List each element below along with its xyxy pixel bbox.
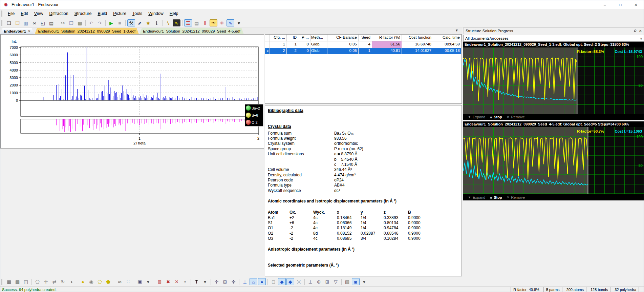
manual-edit-icon[interactable]: ⬈ — [136, 19, 144, 26]
axes-icon[interactable]: ⟂ — [241, 278, 249, 285]
column-header-cf[interactable]: CF-Balance — [327, 35, 359, 41]
cell-box-icon[interactable]: □ — [270, 278, 277, 285]
menu-build[interactable]: Build — [94, 10, 110, 17]
maximize-button[interactable]: □ — [613, 0, 628, 9]
expand-button[interactable]: ▼Expand — [468, 195, 485, 199]
molecule-view-icon[interactable]: ⚛ — [218, 19, 226, 26]
measure-origin-icon[interactable]: ⊕ — [315, 278, 323, 285]
home-view-icon[interactable]: ⌂ — [250, 278, 257, 285]
info-icon[interactable]: ℹ — [153, 19, 160, 26]
build-polyhedra-icon[interactable]: ▦ — [5, 278, 13, 285]
remove-labels-icon[interactable]: ⤫ — [295, 278, 303, 285]
yellow-atom-icon[interactable]: ● — [79, 278, 87, 285]
minimize-button[interactable]: – — [597, 0, 613, 9]
render-dropdown-icon[interactable]: ▾ — [360, 278, 368, 285]
print-preview-icon[interactable]: ◱ — [39, 19, 47, 26]
fit-view-icon[interactable]: ⊞ — [221, 278, 229, 285]
quick-opt-icon[interactable]: ϟ — [164, 19, 172, 26]
process-filter-combobox[interactable]: All documents/processes ∨ — [463, 35, 644, 42]
table-view-icon[interactable]: ▤ — [343, 278, 351, 285]
swap-atoms-icon[interactable]: ⇄ — [50, 278, 58, 285]
column-header-seed[interactable]: Seed — [359, 35, 372, 41]
slice-icon[interactable]: ◫ — [22, 278, 30, 285]
close-button[interactable]: ✕ — [628, 0, 644, 9]
menu-picture[interactable]: Picture — [110, 10, 129, 17]
cut-icon[interactable]: ✂ — [59, 19, 67, 26]
column-header-time[interactable]: Calc. time — [433, 35, 461, 41]
pin-atom-icon[interactable]: • — [181, 278, 189, 285]
measure-plane-icon[interactable]: ▽ — [332, 278, 340, 285]
pan-view-icon[interactable]: ✜ — [230, 278, 237, 285]
print-icon[interactable]: ▤ — [47, 19, 55, 26]
tab-list-dropdown-icon[interactable]: ▼ — [455, 28, 458, 32]
view-window-dropdown-icon[interactable]: ▾ — [144, 278, 152, 285]
polyhedra-render-icon[interactable]: ◆ — [278, 278, 286, 285]
rotate-fragment-icon[interactable]: ↻ — [59, 278, 67, 285]
text-dropdown-icon[interactable]: ▾ — [201, 278, 209, 285]
open-polyhedron-icon[interactable]: ⬠ — [96, 278, 104, 285]
ball-mode-icon[interactable]: ● — [258, 278, 266, 285]
measure-grid-icon[interactable]: ⊞ — [323, 278, 331, 285]
tab-close-icon[interactable]: ✕ — [28, 28, 31, 34]
column-header-cost[interactable]: Cost function — [402, 35, 433, 41]
process-list-icon[interactable]: ☰ — [184, 19, 192, 26]
profile-chart-icon[interactable]: ∿ — [173, 19, 180, 26]
run-icon[interactable]: ▶ — [107, 19, 115, 26]
stop-button[interactable]: ■Stop — [490, 195, 502, 199]
atom-style-icon[interactable]: ◉ — [87, 278, 95, 285]
save-file-icon[interactable]: ▥ — [22, 19, 30, 26]
open-file-icon[interactable]: ❒ — [14, 19, 21, 26]
occupancy-icon[interactable]: ◑ — [67, 278, 75, 285]
add-atom-icon[interactable]: ✛ — [42, 278, 50, 285]
menu-diffraction[interactable]: Diffraction — [46, 10, 71, 17]
copy-icon[interactable]: ❐ — [67, 19, 75, 26]
hkl-list-icon[interactable]: hkl — [210, 19, 217, 26]
pattern-view-icon[interactable]: ∿ — [227, 19, 234, 26]
new-file-icon[interactable]: ❏ — [5, 19, 13, 26]
solve-structure-icon[interactable]: ⚒ — [127, 19, 135, 26]
bond-pairs-icon[interactable]: ∷ — [124, 278, 132, 285]
remove-button[interactable]: ✕Remove — [507, 115, 525, 119]
toolbar-more-icon[interactable]: ▾ — [235, 19, 243, 26]
peaks-list-icon[interactable]: ‖ — [201, 19, 209, 26]
render-mode-icon[interactable]: ◙ — [352, 278, 360, 285]
stop-button[interactable]: ■Stop — [490, 115, 502, 119]
center-view-icon[interactable]: ✛ — [213, 278, 220, 285]
tab-1[interactable]: Endeavour1✕ — [0, 28, 34, 34]
delete-polyhedra-icon[interactable]: ✕ — [173, 278, 180, 285]
paste-icon[interactable]: ▩ — [76, 19, 84, 26]
stop-icon[interactable]: ■ — [116, 19, 124, 26]
filled-polyhedron-icon[interactable]: ⬟ — [104, 278, 112, 285]
polyhedra-render-alt-icon[interactable]: ◆ — [286, 278, 294, 285]
wizard-icon[interactable]: ✬ — [144, 19, 152, 26]
pin-icon[interactable]: ⚲ — [632, 28, 637, 34]
draw-polygon-icon[interactable]: ⬠ — [34, 278, 41, 285]
expand-button[interactable]: ▼Expand — [468, 115, 485, 119]
measure-perpendicular-icon[interactable]: ⊥ — [306, 278, 314, 285]
menu-edit[interactable]: Edit — [18, 10, 31, 17]
datasheet-icon[interactable]: ▤ — [193, 19, 200, 26]
tab-2[interactable]: Endeavour1_Solution_20241212_090029_Seed… — [35, 28, 139, 34]
view-window-icon[interactable]: ▣ — [136, 278, 144, 285]
menu-structure[interactable]: Structure — [71, 10, 95, 17]
remove-button[interactable]: ✕Remove — [507, 195, 525, 199]
menu-help[interactable]: Help — [167, 10, 181, 17]
create-bonds-icon[interactable]: ∞ — [116, 278, 124, 285]
column-header-rf[interactable]: R-factor (%) — [372, 35, 402, 41]
column-header-id[interactable]: ID — [287, 35, 298, 41]
table-row[interactable]: 110Glob.0.05461.5616.6974800:04:59 — [265, 41, 461, 48]
find-icon[interactable]: ∞ — [30, 19, 38, 26]
menu-tools[interactable]: Tools — [129, 10, 145, 17]
tab-3[interactable]: Endeavour1_Solution_20241212_090029_Seed… — [139, 28, 244, 34]
menu-window[interactable]: Window — [145, 10, 166, 17]
packing-icon[interactable]: ▩ — [14, 278, 21, 285]
delete-atoms-icon[interactable]: ⊠ — [156, 278, 164, 285]
column-header-meth[interactable]: Meth... — [310, 35, 327, 41]
menu-file[interactable]: File — [5, 10, 18, 17]
delete-bonds-icon[interactable]: ✖ — [164, 278, 172, 285]
column-header-cfg[interactable]: Cfg. ... — [270, 35, 287, 41]
close-icon[interactable]: ✕ — [639, 29, 642, 33]
text-tool-icon[interactable]: T — [193, 278, 200, 285]
menu-view[interactable]: View — [31, 10, 46, 17]
column-header-p[interactable]: P-... — [298, 35, 310, 41]
